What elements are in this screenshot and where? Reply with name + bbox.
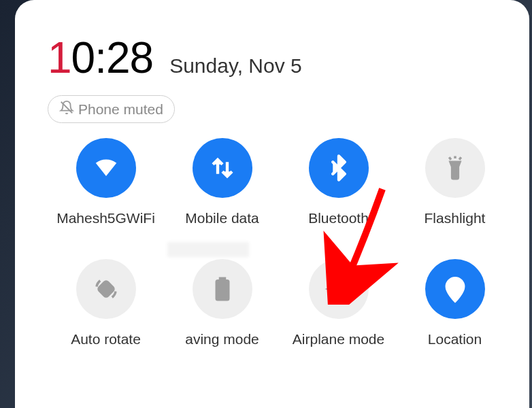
svg-rect-4 [97, 281, 114, 298]
tile-auto-rotate[interactable]: Auto rotate [48, 259, 164, 347]
phone-muted-label: Phone muted [78, 101, 163, 118]
tile-bluetooth[interactable]: Bluetooth [280, 138, 397, 226]
svg-line-3 [459, 157, 461, 160]
svg-point-9 [452, 284, 458, 290]
data-arrows-icon [193, 138, 252, 198]
tile-label: Location [428, 331, 482, 347]
tile-label: Bluetooth [308, 210, 369, 226]
tile-label: Airplane mode [293, 331, 384, 347]
quick-settings-panel: 10:28 Sunday, Nov 5 Phone muted Mahesh5G… [15, 0, 529, 408]
clock: 10:28 [48, 33, 153, 83]
tile-wifi[interactable]: Mahesh5GWiFi [48, 138, 164, 226]
svg-rect-6 [220, 278, 225, 281]
tile-label: Mobile data [185, 210, 259, 226]
phone-muted-chip[interactable]: Phone muted [48, 95, 175, 123]
tile-label: aving mode [185, 331, 259, 347]
header: 10:28 Sunday, Nov 5 [48, 33, 513, 83]
battery-plus-icon [193, 259, 252, 319]
date-label: Sunday, Nov 5 [169, 54, 302, 78]
tile-mobile-data[interactable]: Mobile data [164, 138, 280, 226]
redacted-block [167, 242, 249, 257]
bluetooth-icon [309, 138, 369, 198]
tile-label: Auto rotate [71, 331, 141, 347]
bell-muted-icon [59, 100, 74, 118]
tile-label: Flashlight [425, 210, 486, 226]
tile-airplane-mode[interactable]: Airplane mode [280, 259, 397, 347]
tile-location[interactable]: Location [397, 259, 513, 347]
flashlight-icon [425, 138, 485, 198]
svg-line-2 [449, 157, 451, 160]
wifi-icon [76, 138, 136, 198]
location-pin-icon [425, 259, 485, 319]
rotate-icon [76, 259, 136, 319]
tile-label: Mahesh5GWiFi [56, 210, 155, 226]
tile-flashlight[interactable]: Flashlight [397, 138, 513, 226]
quick-tiles-grid: Mahesh5GWiFi Mobile data Bluetooth [48, 138, 513, 347]
clock-hour-first: 1 [48, 33, 71, 82]
airplane-icon [309, 259, 369, 319]
tile-saving-mode[interactable]: aving mode [164, 259, 280, 347]
clock-rest: 0:28 [71, 33, 154, 82]
